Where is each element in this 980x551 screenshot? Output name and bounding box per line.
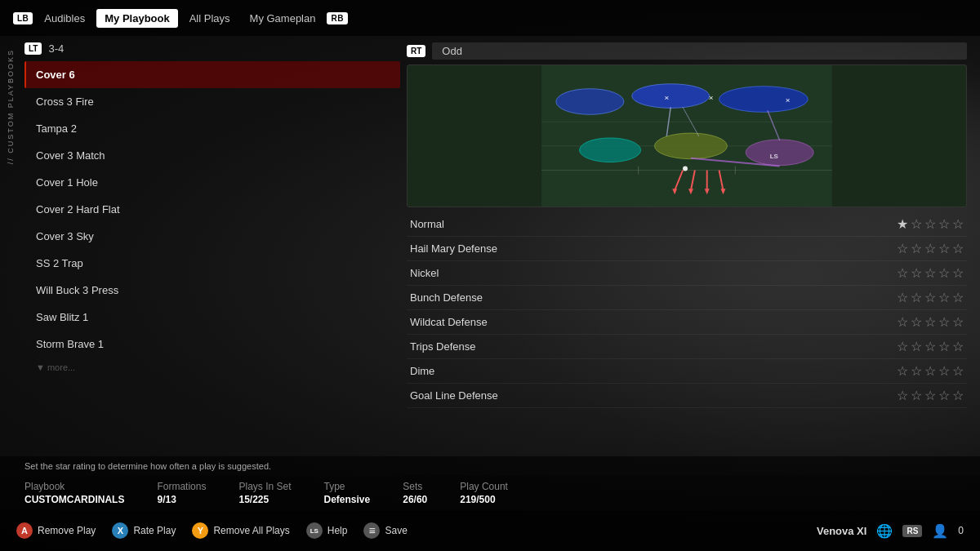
- play-item-stormbrave1[interactable]: Storm Brave 1: [24, 331, 400, 358]
- remove-play-label: Remove Play: [38, 525, 96, 536]
- star-5[interactable]: ☆: [952, 290, 964, 305]
- star-4[interactable]: ☆: [938, 216, 950, 232]
- help-label: Help: [327, 525, 348, 536]
- play-item-partial[interactable]: ▼ more...: [24, 358, 400, 377]
- star-4[interactable]: ☆: [938, 339, 950, 354]
- star-1[interactable]: ★: [897, 216, 908, 232]
- star-5[interactable]: ☆: [952, 241, 964, 256]
- rate-play-button[interactable]: X Rate Play: [112, 522, 176, 539]
- left-panel: LT 3-4 Cover 6 Cross 3 Fire Tampa 2 Cove…: [24, 42, 400, 450]
- content-area: LT 3-4 Cover 6 Cross 3 Fire Tampa 2 Cove…: [0, 36, 980, 456]
- star-3[interactable]: ☆: [924, 265, 936, 281]
- rating-row-goalline: Goal Line Defense ☆ ☆ ☆ ☆ ☆: [407, 384, 967, 408]
- play-item-ss2trap[interactable]: SS 2 Trap: [24, 250, 400, 277]
- star-2[interactable]: ☆: [911, 265, 922, 281]
- star-3[interactable]: ☆: [924, 290, 936, 305]
- svg-text:×: ×: [664, 93, 669, 102]
- star-3[interactable]: ☆: [924, 241, 936, 256]
- star-5[interactable]: ☆: [952, 265, 964, 281]
- svg-point-6: [556, 89, 624, 115]
- star-1[interactable]: ☆: [897, 241, 908, 256]
- star-5[interactable]: ☆: [952, 216, 964, 232]
- star-3[interactable]: ☆: [924, 314, 936, 330]
- svg-point-9: [580, 138, 641, 162]
- plays-in-set-value: 15/225: [238, 494, 291, 505]
- player-count: 0: [958, 525, 964, 536]
- svg-point-7: [632, 84, 710, 109]
- star-4[interactable]: ☆: [938, 388, 950, 403]
- globe-icon: 🌐: [876, 523, 893, 539]
- star-2[interactable]: ☆: [911, 290, 922, 305]
- nav-audibles[interactable]: Audibles: [36, 9, 93, 28]
- star-3[interactable]: ☆: [924, 216, 936, 232]
- star-2[interactable]: ☆: [911, 363, 922, 379]
- rating-row-nickel: Nickel ☆ ☆ ☆ ☆ ☆: [407, 261, 967, 286]
- stars-bunch[interactable]: ☆ ☆ ☆ ☆ ☆: [897, 290, 964, 305]
- formations-label: Formations: [157, 481, 206, 492]
- save-button[interactable]: ≡ Save: [363, 522, 407, 539]
- star-5[interactable]: ☆: [952, 388, 964, 403]
- star-5[interactable]: ☆: [952, 339, 964, 354]
- star-4[interactable]: ☆: [938, 314, 950, 330]
- star-1[interactable]: ☆: [897, 265, 908, 281]
- info-text: Set the star rating to determine how oft…: [24, 461, 271, 471]
- rate-play-label: Rate Play: [133, 525, 176, 536]
- stat-plays-in-set: Plays In Set 15/225: [238, 481, 291, 505]
- play-item-cover6[interactable]: Cover 6: [24, 61, 400, 88]
- star-2[interactable]: ☆: [911, 388, 922, 403]
- remove-play-button[interactable]: A Remove Play: [16, 522, 96, 539]
- play-item-cover1hole[interactable]: Cover 1 Hole: [24, 169, 400, 196]
- right-header: RT Odd: [407, 42, 967, 60]
- stars-dime[interactable]: ☆ ☆ ☆ ☆ ☆: [897, 363, 964, 379]
- star-1[interactable]: ☆: [897, 290, 908, 305]
- play-item-sawblitz1[interactable]: Saw Blitz 1: [24, 304, 400, 331]
- play-item-willbuck3press[interactable]: Will Buck 3 Press: [24, 277, 400, 304]
- play-count-label: Play Count: [460, 481, 508, 492]
- star-2[interactable]: ☆: [911, 314, 922, 330]
- type-label: Type: [324, 481, 371, 492]
- rating-row-wildcat: Wildcat Defense ☆ ☆ ☆ ☆ ☆: [407, 310, 967, 335]
- star-4[interactable]: ☆: [938, 241, 950, 256]
- stars-goalline[interactable]: ☆ ☆ ☆ ☆ ☆: [897, 388, 964, 403]
- star-1[interactable]: ☆: [897, 388, 908, 403]
- star-5[interactable]: ☆: [952, 314, 964, 330]
- rb-badge: RB: [327, 12, 347, 24]
- help-button[interactable]: LS Help: [306, 522, 348, 539]
- stars-nickel[interactable]: ☆ ☆ ☆ ☆ ☆: [897, 265, 964, 281]
- play-item-cover3sky[interactable]: Cover 3 Sky: [24, 223, 400, 250]
- rating-label-dime: Dime: [410, 365, 541, 377]
- remove-all-label: Remove All Plays: [213, 525, 289, 536]
- stars-hailmary[interactable]: ☆ ☆ ☆ ☆ ☆: [897, 241, 964, 256]
- play-item-cover3match[interactable]: Cover 3 Match: [24, 142, 400, 169]
- nav-my-playbook[interactable]: My Playbook: [96, 9, 177, 28]
- a-badge: A: [16, 522, 33, 539]
- person-icon: 👤: [932, 523, 948, 539]
- star-2[interactable]: ☆: [911, 339, 922, 354]
- svg-point-10: [654, 133, 727, 159]
- star-3[interactable]: ☆: [924, 363, 936, 379]
- star-4[interactable]: ☆: [938, 265, 950, 281]
- star-1[interactable]: ☆: [897, 363, 908, 379]
- nav-my-gameplan[interactable]: My Gameplan: [242, 9, 324, 28]
- top-nav: LB Audibles My Playbook All Plays My Gam…: [0, 0, 980, 36]
- star-2[interactable]: ☆: [911, 216, 922, 232]
- stars-wildcat[interactable]: ☆ ☆ ☆ ☆ ☆: [897, 314, 964, 330]
- menu-badge: ≡: [363, 522, 380, 539]
- remove-all-button[interactable]: Y Remove All Plays: [192, 522, 289, 539]
- play-item-tampa2[interactable]: Tampa 2: [24, 115, 400, 142]
- nav-all-plays[interactable]: All Plays: [181, 9, 238, 28]
- play-item-cross3fire[interactable]: Cross 3 Fire: [24, 88, 400, 115]
- star-4[interactable]: ☆: [938, 290, 950, 305]
- stars-trips[interactable]: ☆ ☆ ☆ ☆ ☆: [897, 339, 964, 354]
- right-hud: Venova XI 🌐 RS 👤 0: [817, 523, 964, 539]
- star-4[interactable]: ☆: [938, 363, 950, 379]
- play-item-cover2hardflat[interactable]: Cover 2 Hard Flat: [24, 196, 400, 223]
- star-5[interactable]: ☆: [952, 363, 964, 379]
- star-1[interactable]: ☆: [897, 314, 908, 330]
- star-2[interactable]: ☆: [911, 241, 922, 256]
- star-1[interactable]: ☆: [897, 339, 908, 354]
- svg-text:×: ×: [709, 93, 714, 102]
- stars-normal[interactable]: ★ ☆ ☆ ☆ ☆: [897, 216, 964, 232]
- star-3[interactable]: ☆: [924, 339, 936, 354]
- star-3[interactable]: ☆: [924, 388, 936, 403]
